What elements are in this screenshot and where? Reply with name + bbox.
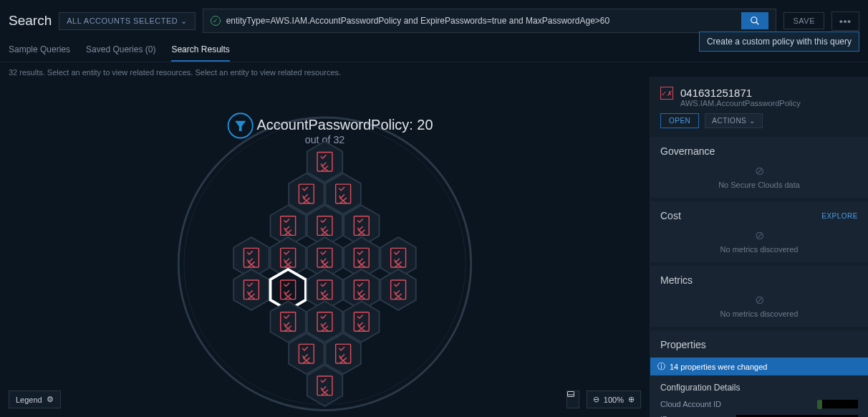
actions-button[interactable]: ACTIONS ⌄ xyxy=(705,113,762,128)
metrics-title: Metrics xyxy=(660,274,858,286)
properties-panel: Properties ⓘ 14 properties were changed … xyxy=(650,330,868,417)
entity-id: 041631251871 xyxy=(680,87,801,99)
actions-label: ACTIONS xyxy=(712,117,746,125)
search-button[interactable] xyxy=(741,12,768,29)
svg-point-0 xyxy=(751,17,757,23)
governance-panel: Governance ⊘ No Secure Clouds data xyxy=(650,137,868,198)
tab-saved-queries[interactable]: Saved Queries (0) xyxy=(86,39,155,62)
results-hint: 32 results. Select an entity to view rel… xyxy=(0,62,868,77)
property-value xyxy=(817,400,858,409)
cost-title: Cost xyxy=(660,210,681,221)
governance-title: Governance xyxy=(660,145,858,157)
empty-icon: ⊘ xyxy=(660,164,858,178)
cost-empty: No metrics discovered xyxy=(660,245,858,254)
entity-icon: ✓✗ xyxy=(660,87,673,100)
explore-link[interactable]: EXPLORE xyxy=(821,212,858,220)
account-selector[interactable]: ALL ACCOUNTS SELECTED ⌄ xyxy=(59,12,195,30)
changes-banner: ⓘ 14 properties were changed xyxy=(650,358,868,375)
banner-text: 14 properties were changed xyxy=(670,363,767,371)
graph-canvas[interactable]: AccountPasswordPolicy: 20out of 32 Legen… xyxy=(0,77,650,417)
chevron-down-icon: ⌄ xyxy=(749,117,756,125)
zoom-control[interactable]: ⊖ 100% ⊕ xyxy=(587,390,641,408)
metrics-panel: Metrics ⊘ No metrics discovered xyxy=(650,266,868,327)
svg-text:AccountPasswordPolicy: 20: AccountPasswordPolicy: 20 xyxy=(257,117,433,133)
check-icon: ✓ xyxy=(211,16,221,26)
open-button[interactable]: OPEN xyxy=(660,113,699,128)
save-button[interactable]: SAVE xyxy=(783,12,824,29)
chevron-down-icon: ⌄ xyxy=(180,16,188,26)
more-button[interactable]: ••• xyxy=(831,11,859,31)
properties-title: Properties xyxy=(660,339,858,350)
tab-sample-queries[interactable]: Sample Queries xyxy=(9,39,70,62)
cost-panel: Cost EXPLORE ⊘ No metrics discovered xyxy=(650,201,868,262)
query-input-container: ✓ xyxy=(203,9,777,33)
grid-icon xyxy=(566,390,575,399)
zoom-in-icon[interactable]: ⊕ xyxy=(628,395,635,404)
svg-rect-29 xyxy=(567,392,574,397)
property-key: Cloud Account ID xyxy=(660,400,721,408)
config-section-label: Configuration Details xyxy=(660,383,858,393)
tooltip: Create a custom policy with this query xyxy=(699,32,859,52)
settings-icon: ⚙ xyxy=(47,395,54,404)
info-icon: ⓘ xyxy=(657,361,665,372)
account-selector-label: ALL ACCOUNTS SELECTED xyxy=(67,16,178,25)
property-row: ID xyxy=(660,413,858,417)
entity-type: AWS.IAM.AccountPasswordPolicy xyxy=(680,99,801,107)
svg-line-1 xyxy=(756,22,759,25)
empty-icon: ⊘ xyxy=(660,293,858,307)
zoom-level: 100% xyxy=(604,396,624,404)
layout-button[interactable] xyxy=(566,390,579,408)
legend-button[interactable]: Legend ⚙ xyxy=(9,390,61,408)
property-row: Cloud Account ID xyxy=(660,398,858,410)
tab-search-results[interactable]: Search Results xyxy=(171,39,229,62)
empty-icon: ⊘ xyxy=(660,229,858,242)
zoom-out-icon[interactable]: ⊖ xyxy=(593,395,599,404)
metrics-empty: No metrics discovered xyxy=(660,310,858,318)
legend-label: Legend xyxy=(16,396,42,404)
detail-panel: ✓✗ 041631251871 AWS.IAM.AccountPasswordP… xyxy=(650,77,868,417)
query-input[interactable] xyxy=(226,16,736,26)
page-title: Search xyxy=(9,13,52,29)
governance-empty: No Secure Clouds data xyxy=(660,181,858,189)
search-icon xyxy=(750,16,760,26)
